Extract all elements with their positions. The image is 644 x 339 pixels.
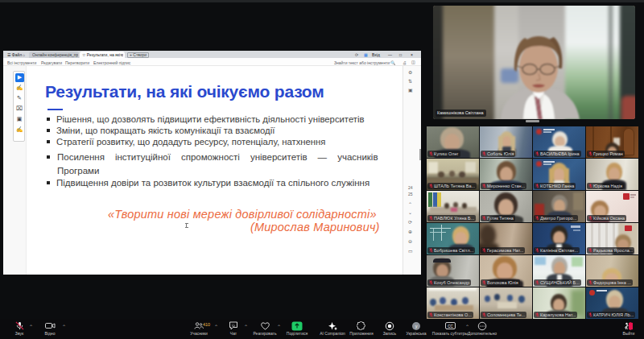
svg-text:y: y (415, 324, 418, 329)
svg-text:CC: CC (448, 325, 453, 329)
